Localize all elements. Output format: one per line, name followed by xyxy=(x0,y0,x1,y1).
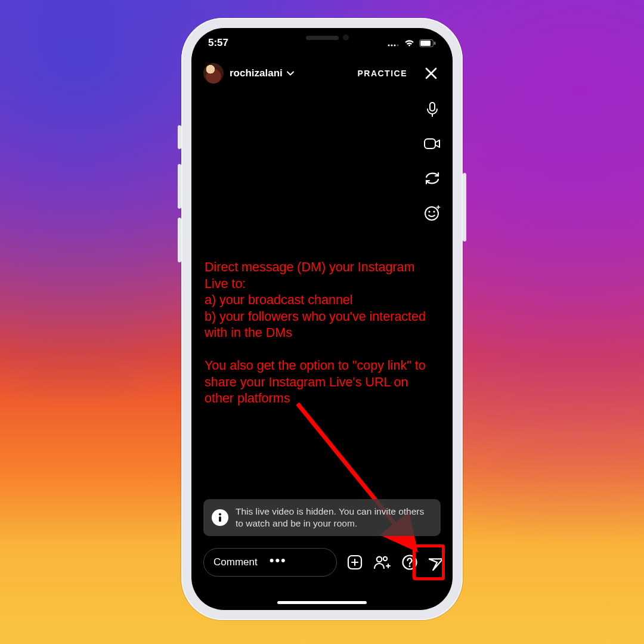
phone-screen: 5:57 xyxy=(191,28,453,610)
close-button[interactable] xyxy=(422,64,441,83)
mode-label: PRACTICE xyxy=(357,69,407,78)
info-banner: This live video is hidden. You can invit… xyxy=(203,499,441,536)
share-send-icon xyxy=(429,554,445,571)
video-camera-icon xyxy=(423,137,441,151)
live-header: rochizalani PRACTICE xyxy=(191,59,453,88)
right-tools-column xyxy=(423,100,442,222)
svg-point-10 xyxy=(425,207,438,220)
avatar[interactable] xyxy=(203,63,224,83)
svg-point-0 xyxy=(388,44,389,46)
bottom-icons-row xyxy=(345,553,447,572)
share-send-button[interactable] xyxy=(428,553,447,572)
annotation-overlay-text: Direct message (DM) your Instagram Live … xyxy=(205,259,435,407)
svg-point-23 xyxy=(403,556,417,569)
signal-icon xyxy=(388,39,400,47)
info-banner-text: This live video is hidden. You can invit… xyxy=(236,506,432,530)
microphone-icon xyxy=(424,101,441,117)
face-effects-icon xyxy=(423,204,441,222)
svg-point-12 xyxy=(433,210,435,212)
svg-point-2 xyxy=(394,44,395,46)
more-options-dots[interactable]: ••• xyxy=(270,561,287,564)
info-icon xyxy=(212,509,228,526)
status-time: 5:57 xyxy=(208,37,228,49)
video-camera-button[interactable] xyxy=(423,134,442,153)
front-camera-dot xyxy=(343,35,349,41)
comment-placeholder: Comment xyxy=(213,556,258,568)
username-text: rochizalani xyxy=(230,67,283,79)
earpiece-speaker xyxy=(306,36,339,40)
svg-point-1 xyxy=(391,44,392,46)
add-media-button[interactable] xyxy=(345,553,364,572)
svg-point-11 xyxy=(428,210,430,212)
camera-flip-button[interactable] xyxy=(423,169,442,188)
username-dropdown[interactable]: rochizalani xyxy=(230,67,295,79)
status-right-cluster xyxy=(388,39,436,47)
phone-side-mute-switch xyxy=(178,125,181,149)
question-button[interactable] xyxy=(400,553,419,572)
svg-point-19 xyxy=(377,557,382,562)
chevron-down-icon xyxy=(286,69,295,78)
bottom-action-bar: Comment ••• xyxy=(203,548,441,577)
svg-rect-15 xyxy=(219,516,221,522)
battery-icon xyxy=(419,39,436,47)
phone-side-volume-down xyxy=(178,218,181,262)
svg-rect-9 xyxy=(425,139,435,148)
phone-notch xyxy=(259,28,385,47)
svg-rect-7 xyxy=(430,103,435,111)
add-media-icon xyxy=(346,554,363,571)
svg-point-14 xyxy=(219,513,221,515)
face-effects-button[interactable] xyxy=(423,203,442,222)
svg-rect-5 xyxy=(420,41,431,46)
close-icon xyxy=(424,66,438,80)
svg-point-3 xyxy=(397,44,398,46)
phone-frame: 5:57 xyxy=(181,18,463,620)
home-indicator[interactable] xyxy=(277,601,367,604)
phone-side-volume-up xyxy=(178,164,181,209)
camera-flip-icon xyxy=(423,171,441,186)
svg-point-20 xyxy=(383,557,387,561)
phone-side-power xyxy=(463,173,466,242)
microphone-button[interactable] xyxy=(423,100,442,119)
question-icon xyxy=(401,554,418,571)
wifi-icon xyxy=(404,39,415,47)
comment-input[interactable]: Comment ••• xyxy=(203,548,337,577)
svg-point-24 xyxy=(409,565,411,567)
invite-people-button[interactable] xyxy=(373,553,392,572)
invite-people-icon xyxy=(373,555,391,570)
svg-rect-6 xyxy=(434,42,435,45)
